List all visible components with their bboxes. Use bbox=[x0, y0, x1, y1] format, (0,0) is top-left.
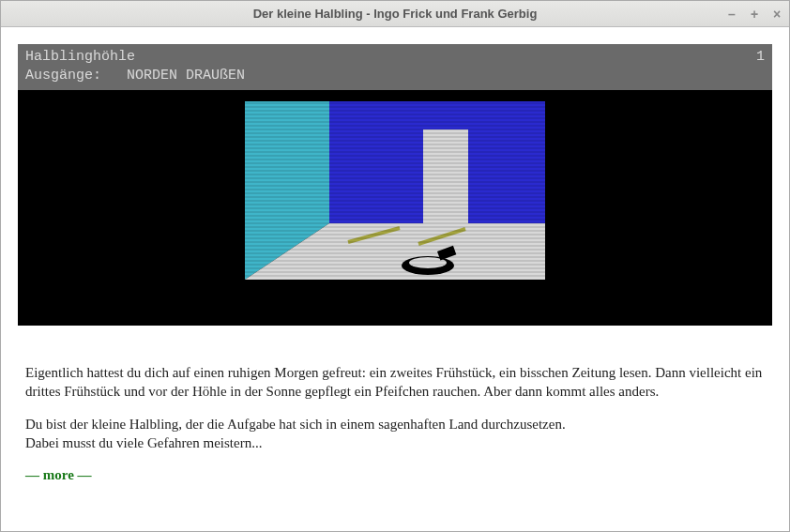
more-prompt[interactable]: — more — bbox=[25, 467, 92, 482]
window-controls: – + × bbox=[725, 1, 783, 26]
move-count: 1 bbox=[756, 48, 765, 67]
scene-illustration bbox=[245, 101, 545, 280]
svg-rect-3 bbox=[423, 129, 468, 223]
location-name: Halblinghöhle bbox=[25, 48, 135, 67]
app-window: Der kleine Halbling - Ingo Frick und Fra… bbox=[0, 0, 790, 532]
status-bar: Halblinghöhle 1 Ausgänge: NORDEN DRAUßEN bbox=[18, 44, 772, 90]
close-icon[interactable]: × bbox=[770, 7, 783, 22]
exits-label: Ausgänge: bbox=[25, 68, 101, 84]
minimize-icon[interactable]: – bbox=[725, 7, 738, 22]
story-text: Eigentlich hattest du dich auf einen ruh… bbox=[18, 326, 772, 484]
game-view: Halblinghöhle 1 Ausgänge: NORDEN DRAUßEN bbox=[18, 44, 772, 326]
story-paragraph: Dabei musst du viele Gefahren meistern..… bbox=[25, 433, 765, 452]
maximize-icon[interactable]: + bbox=[748, 7, 761, 22]
story-paragraph: Du bist der kleine Halbling, der die Auf… bbox=[25, 415, 765, 433]
exits-list: NORDEN DRAUßEN bbox=[127, 68, 245, 84]
titlebar: Der kleine Halbling - Ingo Frick und Fra… bbox=[1, 1, 789, 27]
content-area: Halblinghöhle 1 Ausgänge: NORDEN DRAUßEN bbox=[1, 27, 789, 531]
window-title: Der kleine Halbling - Ingo Frick und Fra… bbox=[253, 7, 538, 21]
story-paragraph: Eigentlich hattest du dich auf einen ruh… bbox=[25, 363, 765, 402]
